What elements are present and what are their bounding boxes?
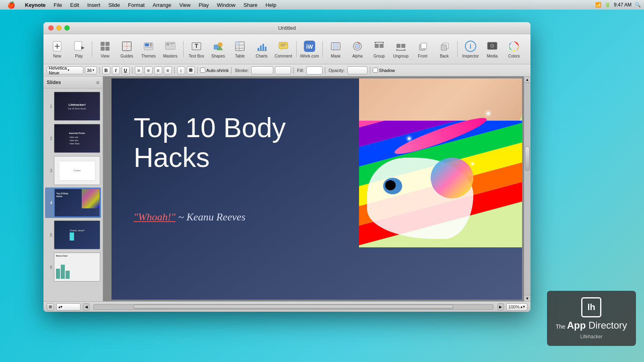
media-icon: [486, 40, 499, 53]
charts-button[interactable]: Charts: [251, 37, 272, 61]
bold-button[interactable]: B: [102, 66, 110, 74]
horizontal-scrollbar-thumb[interactable]: [134, 305, 453, 309]
shapes-label: Shapes: [211, 54, 225, 58]
guides-button[interactable]: Guides: [116, 37, 137, 61]
font-size-dropdown[interactable]: 36 ▾: [85, 66, 97, 74]
colors-icon: [508, 40, 520, 53]
back-button[interactable]: Back: [434, 37, 455, 61]
front-button[interactable]: Front: [412, 37, 433, 61]
themes-button[interactable]: Themes: [138, 37, 159, 61]
horizontal-scrollbar[interactable]: [93, 304, 493, 310]
menu-arrange[interactable]: Arrange: [149, 0, 175, 10]
menu-play[interactable]: Play: [194, 0, 213, 10]
align-left-button[interactable]: ≡: [135, 66, 143, 74]
scroll-left-button[interactable]: ◀: [83, 303, 89, 311]
svg-rect-38: [279, 42, 288, 49]
line-spacing-button[interactable]: ↕: [177, 66, 185, 74]
slide-thumbnail-1: Lifehacker! Top 10 Body Hacks: [54, 92, 100, 121]
view-button[interactable]: View: [95, 37, 116, 61]
slide-number-2: 2: [46, 136, 52, 141]
slide-item-6[interactable]: 6 Meme Chart: [45, 252, 101, 282]
menu-window[interactable]: Window: [213, 0, 239, 10]
columns-button[interactable]: ⊞: [187, 66, 195, 74]
scroll-right-button[interactable]: ▶: [497, 303, 504, 311]
search-icon[interactable]: 🔍: [635, 2, 641, 8]
svg-rect-32: [235, 42, 239, 45]
vertical-scrollbar[interactable]: ▲ ▼: [524, 76, 530, 301]
view-mode-icon[interactable]: ⊞: [47, 303, 54, 311]
ungroup-button[interactable]: Ungroup: [390, 37, 411, 61]
close-button[interactable]: [48, 25, 54, 31]
menu-keynote[interactable]: Keynote: [21, 0, 50, 10]
zoom-button[interactable]: [64, 25, 70, 31]
slide-viewport[interactable]: Top 10 BodyHacks "Whoah!" ~ Keanu Reeves: [111, 78, 522, 300]
iwork-button[interactable]: iW iWork.com: [299, 37, 320, 61]
text-box-icon: T: [190, 40, 203, 53]
minimize-button[interactable]: [56, 25, 62, 31]
shapes-button[interactable]: Shapes: [208, 37, 229, 61]
menu-help[interactable]: Help: [262, 0, 281, 10]
fonts-button[interactable]: A Fonts: [525, 37, 530, 61]
slide-item-4[interactable]: 4 Top 10 BodyHacks: [45, 187, 101, 218]
new-button[interactable]: New: [47, 37, 68, 61]
stroke-size[interactable]: [275, 66, 291, 74]
slide-item-1[interactable]: 1 Lifehacker! Top 10 Body Hacks: [45, 91, 101, 121]
slide-number-4: 4: [46, 200, 52, 205]
slide-item-3[interactable]: 3 Content: [45, 155, 101, 186]
fmt-sep-8: [370, 67, 370, 74]
collapse-slides-button[interactable]: ≡: [96, 79, 99, 86]
menu-share[interactable]: Share: [239, 0, 262, 10]
alpha-button[interactable]: Alpha: [347, 37, 368, 61]
menu-format[interactable]: Format: [124, 0, 149, 10]
shadow-checkbox[interactable]: [373, 68, 378, 73]
colors-button[interactable]: Colors: [504, 37, 524, 61]
svg-rect-33: [258, 48, 259, 51]
group-button[interactable]: Group: [369, 37, 390, 61]
align-center-button[interactable]: ≡: [144, 66, 153, 74]
text-box-button[interactable]: T Text Box: [186, 37, 207, 61]
scrollbar-thumb[interactable]: [525, 146, 530, 171]
table-icon: [233, 40, 246, 53]
table-button[interactable]: Table: [229, 37, 250, 61]
menu-edit[interactable]: Edit: [66, 0, 83, 10]
format-bar: Helvetica Neue ▾ 36 ▾ B I U ≡ ≡ ≡ ≡ ↕ ⊞ …: [43, 64, 530, 76]
zoom-value: 100%: [508, 304, 520, 309]
mask-button[interactable]: Mask: [325, 37, 346, 61]
app-dir-icon: lh: [581, 297, 601, 317]
apple-menu[interactable]: 🍎: [3, 0, 19, 10]
svg-rect-55: [401, 44, 405, 48]
align-justify-button[interactable]: ≡: [164, 66, 172, 74]
underline-button[interactable]: U: [122, 66, 130, 74]
menu-view[interactable]: View: [175, 0, 195, 10]
svg-rect-50: [380, 44, 384, 48]
menu-insert[interactable]: Insert: [83, 0, 105, 10]
menu-file[interactable]: File: [50, 0, 66, 10]
separator-1: [92, 41, 92, 57]
shadow-label: Shadow: [373, 68, 395, 73]
auto-shrink-label: Auto-shrink: [200, 68, 229, 73]
italic-button[interactable]: I: [112, 66, 120, 74]
media-button[interactable]: Media: [482, 37, 503, 61]
inspector-button[interactable]: i Inspector: [460, 37, 481, 61]
opacity-value[interactable]: [347, 66, 367, 74]
zoom-dropdown[interactable]: 100% ▴▾: [506, 303, 527, 311]
stroke-color[interactable]: [251, 66, 273, 74]
menu-slide[interactable]: Slide: [104, 0, 124, 10]
font-family-dropdown[interactable]: Helvetica Neue ▾: [47, 66, 83, 74]
play-button[interactable]: Play: [68, 37, 89, 61]
slide-item-2[interactable]: 2 Important Points • Item one • Item two…: [45, 123, 101, 154]
slides-header: Slides ≡: [43, 76, 103, 88]
fill-color[interactable]: [306, 66, 322, 74]
media-label: Media: [487, 54, 497, 58]
masters-button[interactable]: Masters: [160, 37, 181, 61]
shapes-icon: [212, 40, 225, 53]
comment-button[interactable]: Comment: [273, 37, 294, 61]
slide-item-5[interactable]: 5 Charts, what?: [45, 220, 101, 250]
bottom-stepper[interactable]: ▴▾: [56, 303, 80, 311]
themes-icon: [142, 40, 155, 53]
auto-shrink-checkbox[interactable]: [200, 68, 205, 73]
align-right-button[interactable]: ≡: [154, 66, 162, 74]
title-bar: Untitled: [43, 22, 530, 34]
svg-rect-36: [265, 47, 266, 51]
alpha-label: Alpha: [352, 54, 363, 58]
